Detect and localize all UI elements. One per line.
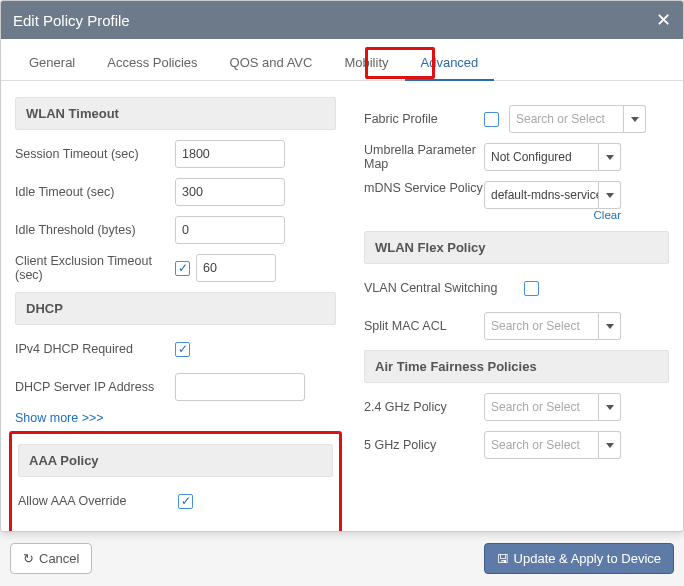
vlan-central-label: VLAN Central Switching	[364, 281, 524, 295]
aaa-policy-header: AAA Policy	[18, 444, 333, 477]
allow-aaa-override-label: Allow AAA Override	[18, 494, 178, 508]
atf-header: Air Time Fairness Policies	[364, 350, 669, 383]
24ghz-value: Search or Select	[484, 393, 599, 421]
mdns-select[interactable]: default-mdns-service	[484, 181, 621, 209]
client-exclusion-input[interactable]	[196, 254, 276, 282]
edit-policy-profile-modal: Edit Policy Profile ✕ General Access Pol…	[0, 0, 684, 532]
mdns-label: mDNS Service Policy	[364, 181, 484, 195]
refresh-icon	[23, 551, 34, 566]
idle-threshold-label: Idle Threshold (bytes)	[15, 223, 175, 237]
modal-footer: Cancel Update & Apply to Device	[6, 537, 678, 580]
tab-advanced[interactable]: Advanced	[405, 45, 495, 80]
vlan-central-checkbox[interactable]	[524, 281, 539, 296]
modal-title: Edit Policy Profile	[13, 12, 130, 29]
update-apply-label: Update & Apply to Device	[514, 551, 661, 566]
fabric-profile-checkbox[interactable]	[484, 112, 499, 127]
row-24ghz: 2.4 GHz Policy Search or Select	[364, 393, 669, 421]
save-icon	[497, 551, 509, 566]
tab-access-policies[interactable]: Access Policies	[91, 45, 213, 80]
row-session-timeout: Session Timeout (sec)	[15, 140, 336, 168]
session-timeout-label: Session Timeout (sec)	[15, 147, 175, 161]
5ghz-label: 5 GHz Policy	[364, 438, 484, 452]
modal-body[interactable]: WLAN Timeout Session Timeout (sec) Idle …	[1, 81, 683, 531]
fabric-profile-caret[interactable]	[624, 105, 646, 133]
row-dhcp-server-ip: DHCP Server IP Address	[15, 373, 336, 401]
update-apply-button[interactable]: Update & Apply to Device	[484, 543, 674, 574]
fabric-profile-select[interactable]: Search or Select	[509, 105, 646, 133]
wlan-flex-policy-header: WLAN Flex Policy	[364, 231, 669, 264]
close-icon[interactable]: ✕	[656, 9, 671, 31]
chevron-down-icon	[606, 324, 614, 329]
row-5ghz: 5 GHz Policy Search or Select	[364, 431, 669, 459]
tab-general[interactable]: General	[13, 45, 91, 80]
idle-timeout-input[interactable]	[175, 178, 285, 206]
mdns-value: default-mdns-service	[484, 181, 599, 209]
chevron-down-icon	[606, 443, 614, 448]
chevron-down-icon	[606, 155, 614, 160]
dhcp-header: DHCP	[15, 292, 336, 325]
split-mac-caret[interactable]	[599, 312, 621, 340]
5ghz-select[interactable]: Search or Select	[484, 431, 621, 459]
mdns-caret[interactable]	[599, 181, 621, 209]
umbrella-select[interactable]: Not Configured	[484, 143, 621, 171]
ipv4-dhcp-required-checkbox[interactable]	[175, 342, 190, 357]
highlight-aaa-policy: AAA Policy Allow AAA Override	[9, 431, 342, 531]
row-mdns: mDNS Service Policy default-mdns-service…	[364, 181, 669, 221]
dhcp-server-ip-label: DHCP Server IP Address	[15, 380, 175, 394]
24ghz-caret[interactable]	[599, 393, 621, 421]
idle-threshold-input[interactable]	[175, 216, 285, 244]
umbrella-value: Not Configured	[484, 143, 599, 171]
chevron-down-icon	[606, 193, 614, 198]
tab-qos-avc[interactable]: QOS and AVC	[214, 45, 329, 80]
show-more-link[interactable]: Show more >>>	[15, 411, 104, 425]
row-idle-timeout: Idle Timeout (sec)	[15, 178, 336, 206]
chevron-down-icon	[606, 405, 614, 410]
umbrella-caret[interactable]	[599, 143, 621, 171]
row-ipv4-dhcp-required: IPv4 DHCP Required	[15, 335, 336, 363]
modal-header: Edit Policy Profile ✕	[1, 1, 683, 39]
row-vlan-central: VLAN Central Switching	[364, 274, 669, 302]
tab-mobility[interactable]: Mobility	[328, 45, 404, 80]
cancel-button[interactable]: Cancel	[10, 543, 92, 574]
5ghz-caret[interactable]	[599, 431, 621, 459]
dhcp-server-ip-input[interactable]	[175, 373, 305, 401]
split-mac-label: Split MAC ACL	[364, 319, 484, 333]
row-idle-threshold: Idle Threshold (bytes)	[15, 216, 336, 244]
session-timeout-input[interactable]	[175, 140, 285, 168]
chevron-down-icon	[631, 117, 639, 122]
ipv4-dhcp-required-label: IPv4 DHCP Required	[15, 342, 175, 356]
umbrella-label: Umbrella Parameter Map	[364, 143, 484, 171]
row-allow-aaa-override: Allow AAA Override	[18, 487, 333, 515]
split-mac-select[interactable]: Search or Select	[484, 312, 621, 340]
row-fabric-profile: Fabric Profile Search or Select	[364, 105, 669, 133]
client-exclusion-label: Client Exclusion Timeout (sec)	[15, 254, 175, 282]
fabric-profile-value: Search or Select	[509, 105, 624, 133]
mdns-clear-link[interactable]: Clear	[594, 209, 621, 221]
row-umbrella: Umbrella Parameter Map Not Configured	[364, 143, 669, 171]
row-split-mac: Split MAC ACL Search or Select	[364, 312, 669, 340]
left-column: WLAN Timeout Session Timeout (sec) Idle …	[1, 81, 350, 531]
split-mac-value: Search or Select	[484, 312, 599, 340]
wlan-timeout-header: WLAN Timeout	[15, 97, 336, 130]
row-client-exclusion: Client Exclusion Timeout (sec)	[15, 254, 336, 282]
cancel-button-label: Cancel	[39, 551, 79, 566]
fabric-profile-label: Fabric Profile	[364, 112, 484, 126]
client-exclusion-checkbox[interactable]	[175, 261, 190, 276]
24ghz-select[interactable]: Search or Select	[484, 393, 621, 421]
24ghz-label: 2.4 GHz Policy	[364, 400, 484, 414]
idle-timeout-label: Idle Timeout (sec)	[15, 185, 175, 199]
5ghz-value: Search or Select	[484, 431, 599, 459]
right-column: Fabric Profile Search or Select Umbrella…	[350, 81, 683, 531]
allow-aaa-override-checkbox[interactable]	[178, 494, 193, 509]
tab-bar: General Access Policies QOS and AVC Mobi…	[1, 45, 683, 81]
